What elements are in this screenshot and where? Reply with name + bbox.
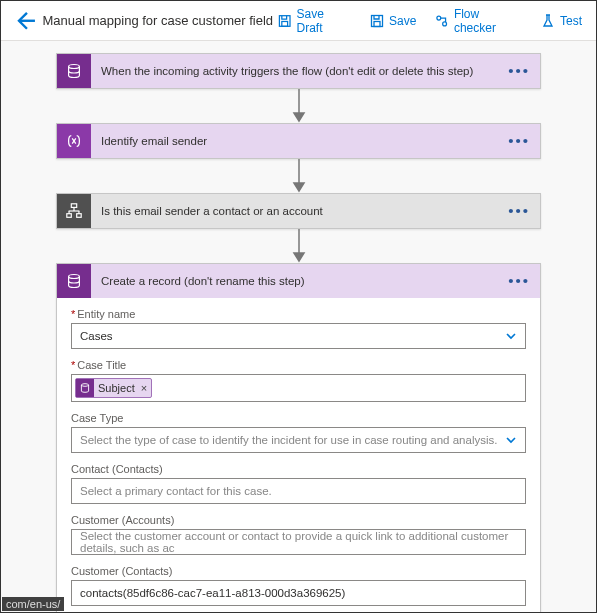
step-menu-button[interactable]: ••• [508, 136, 530, 146]
database-icon [57, 54, 91, 88]
case-type-select[interactable]: Select the type of case to identify the … [71, 427, 526, 453]
page-title: Manual mapping for case customer field [43, 13, 274, 28]
contact-input[interactable]: Select a primary contact for this case. [71, 478, 526, 504]
variable-icon [57, 124, 91, 158]
field-case-type: Case Type Select the type of case to ide… [71, 412, 526, 453]
back-button[interactable] [11, 8, 37, 34]
svg-rect-3 [374, 21, 380, 26]
svg-point-4 [437, 16, 441, 20]
condition-icon [57, 194, 91, 228]
chevron-down-icon [505, 330, 517, 342]
step-menu-button[interactable]: ••• [508, 66, 530, 76]
field-customer-contacts: Customer (Contacts) contacts(85df6c86-ca… [71, 565, 526, 606]
save-draft-button[interactable]: Save Draft [273, 4, 355, 38]
flow-canvas: When the incoming activity triggers the … [1, 41, 596, 613]
database-icon [57, 264, 91, 298]
svg-point-14 [81, 384, 88, 387]
step-title: When the incoming activity triggers the … [91, 65, 508, 77]
save-icon [369, 13, 385, 29]
step-trigger[interactable]: When the incoming activity triggers the … [56, 53, 541, 89]
token-remove-button[interactable]: × [141, 382, 147, 394]
step-title: Identify email sender [91, 135, 508, 147]
customer-accounts-input[interactable]: Select the customer account or contact t… [71, 529, 526, 555]
field-case-title: *Case Title Subject × [71, 359, 526, 402]
top-toolbar: Manual mapping for case customer field S… [1, 1, 596, 41]
field-entity-name: *Entity name Cases [71, 308, 526, 349]
flow-checker-button[interactable]: Flow checker [430, 4, 526, 38]
link-preview: com/en-us/ [2, 597, 64, 611]
step-header[interactable]: Create a record (don't rename this step)… [57, 264, 540, 298]
svg-rect-9 [71, 204, 76, 208]
step-menu-button[interactable]: ••• [508, 276, 530, 286]
svg-rect-10 [67, 214, 72, 218]
svg-point-6 [69, 65, 80, 69]
arrow-left-icon [11, 8, 37, 34]
chevron-down-icon [505, 434, 517, 446]
dynamic-token-subject[interactable]: Subject × [75, 378, 152, 398]
svg-rect-11 [77, 214, 82, 218]
svg-point-13 [69, 275, 80, 279]
flow-connector [56, 229, 541, 263]
svg-point-5 [443, 21, 447, 25]
database-icon [76, 379, 94, 397]
case-title-input[interactable]: Subject × [71, 374, 526, 402]
entity-name-select[interactable]: Cases [71, 323, 526, 349]
step-condition[interactable]: Is this email sender a contact or an acc… [56, 193, 541, 229]
step-title: Is this email sender a contact or an acc… [91, 205, 508, 217]
action-toolbar: Save Draft Save Flow checker Test [273, 4, 586, 38]
test-flask-icon [540, 13, 556, 29]
svg-rect-1 [282, 21, 288, 26]
step-title: Create a record (don't rename this step) [91, 275, 508, 287]
flow-connector [56, 159, 541, 193]
save-button[interactable]: Save [365, 4, 420, 38]
step-body: *Entity name Cases *Case Title [57, 298, 540, 613]
flow-connector [56, 89, 541, 123]
field-contact: Contact (Contacts) Select a primary cont… [71, 463, 526, 504]
flow-checker-icon [434, 13, 449, 29]
save-draft-icon [277, 13, 292, 29]
customer-contacts-input[interactable]: contacts(85df6c86-cac7-ea11-a813-000d3a3… [71, 580, 526, 606]
step-identify-sender[interactable]: Identify email sender ••• [56, 123, 541, 159]
step-menu-button[interactable]: ••• [508, 206, 530, 216]
step-create-record: Create a record (don't rename this step)… [56, 263, 541, 613]
test-button[interactable]: Test [536, 4, 586, 38]
field-customer-accounts: Customer (Accounts) Select the customer … [71, 514, 526, 555]
